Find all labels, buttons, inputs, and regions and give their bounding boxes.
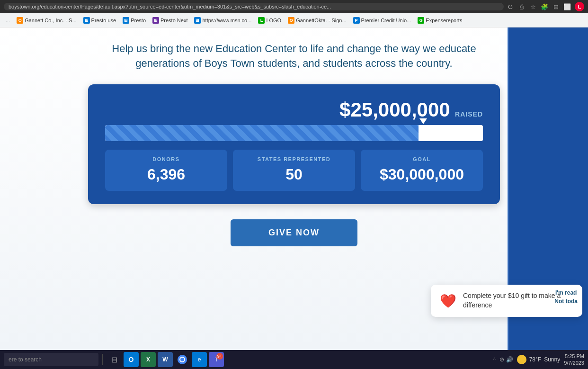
chrome-icon[interactable]	[175, 352, 190, 367]
stat-card-goal: GOAL $30,000,000	[361, 150, 483, 191]
stat-label-states: STATES REPRESENTED	[238, 156, 350, 162]
raised-label: RAISED	[455, 110, 483, 118]
word-icon[interactable]: W	[158, 352, 173, 367]
extensions-icon[interactable]: ⊞	[552, 3, 560, 10]
stat-label-goal: GOAL	[365, 156, 478, 162]
bookmark-presto-next[interactable]: ⊞ Presto Next	[150, 16, 190, 25]
hero-text: Help us bring the new Education Center t…	[86, 42, 502, 71]
stat-value-goal: $30,000,000	[365, 166, 478, 183]
notification-primary-action[interactable]: I'm read	[554, 289, 578, 296]
progress-arrow	[419, 118, 427, 124]
bookmark-logo[interactable]: L LOGO	[255, 16, 284, 25]
bookmark-label: Presto	[131, 18, 146, 23]
give-now-button[interactable]: GIVE NOW	[231, 219, 357, 246]
chevron-icon[interactable]: ^	[493, 357, 496, 362]
favicon-presto: ⊞	[123, 17, 129, 24]
bookmark-label: Expensereports	[426, 18, 462, 23]
bookmark-premier[interactable]: P Premier Credit Unio...	[350, 16, 414, 25]
stats-row: DONORS 6,396 STATES REPRESENTED 50 GOAL …	[105, 150, 483, 191]
campaign-card: $25,000,000 RAISED DONORS 6,396 STATES R…	[88, 84, 500, 204]
search-placeholder: ere to search	[9, 356, 42, 363]
taskbar-divider	[102, 354, 103, 365]
favicon-logo: L	[258, 17, 265, 24]
favicon-msn: ⊞	[194, 17, 201, 24]
share-icon[interactable]: ⎙	[518, 3, 526, 10]
progress-bar-fill	[105, 125, 419, 141]
taskbar-right: ^ ⊘ 🔊 78°F Sunny 5:25 PM 9/7/2023	[493, 353, 584, 367]
heart-icon: ❤️	[438, 291, 457, 310]
bookmark-gannett-okta[interactable]: O GannettOkta. - Sign...	[285, 16, 349, 25]
favicon-presto-use: ⊞	[83, 17, 90, 24]
stat-card-donors: DONORS 6,396	[105, 150, 227, 191]
bookmark-ellipsis[interactable]: ...	[3, 17, 13, 24]
bookmark-label: Presto use	[91, 18, 116, 23]
stat-card-states: STATES REPRESENTED 50	[233, 150, 355, 191]
task-view-icon[interactable]: ⊟	[107, 352, 122, 367]
page-content: Help us bring the new Education Center t…	[0, 27, 588, 350]
progress-container	[105, 125, 483, 141]
clock-time: 5:25 PM	[564, 353, 584, 360]
bookmark-presto-use[interactable]: ⊞ Presto use	[80, 16, 119, 25]
bookmarks-bar: ... O Gannett Co., Inc. - S... ⊞ Presto …	[0, 13, 588, 27]
speaker-icon: 🔊	[506, 356, 513, 363]
bookmark-msn[interactable]: ⊞ https://www.msn.co...	[191, 16, 254, 25]
profile-avatar[interactable]: L	[575, 2, 584, 11]
taskbar-search[interactable]: ere to search	[4, 353, 98, 366]
sys-tray: ⊘ 🔊	[499, 356, 513, 363]
raised-section: $25,000,000 RAISED	[105, 99, 483, 121]
teams-icon[interactable]: T 9+	[209, 352, 224, 367]
teams-badge: 9+	[216, 353, 223, 360]
favicon-presto-next: ⊞	[152, 17, 159, 24]
progress-bar-bg	[105, 125, 483, 141]
sun-icon	[517, 355, 526, 364]
network-icon: ⊘	[499, 356, 504, 363]
tab-icon[interactable]: ⬜	[563, 3, 571, 10]
stat-value-donors: 6,396	[110, 166, 223, 183]
raised-amount: $25,000,000	[339, 99, 450, 121]
browser-chrome: boystown.org/education-center/Pages/defa…	[0, 0, 588, 13]
favicon-gannett-okta: O	[288, 17, 294, 24]
favicon-gannett: O	[17, 17, 23, 24]
edge-icon[interactable]: e	[192, 352, 207, 367]
bookmark-label: Presto Next	[160, 18, 187, 23]
svg-point-2	[180, 358, 184, 361]
bookmark-gannett[interactable]: O Gannett Co., Inc. - S...	[14, 16, 79, 25]
notification-popup: ❤️ Complete your $10 gift to make a diff…	[431, 285, 582, 317]
weather-temp: 78°F	[529, 356, 541, 363]
bookmark-label: https://www.msn.co...	[202, 18, 251, 23]
bookmark-expense[interactable]: G Expensereports	[415, 16, 465, 25]
bookmark-label: GannettOkta. - Sign...	[296, 18, 346, 23]
star-icon[interactable]: ☆	[529, 3, 537, 10]
excel-icon[interactable]: X	[141, 352, 156, 367]
weather-condition: Sunny	[544, 356, 560, 363]
google-icon[interactable]: G	[507, 3, 514, 10]
weather-info: 78°F Sunny	[517, 355, 561, 364]
notification-actions: I'm read Not toda	[554, 289, 578, 305]
bookmark-label: LOGO	[266, 18, 281, 23]
favicon-expense: G	[418, 17, 424, 24]
taskbar: ere to search ⊟ O X W e T 9+ ^ ⊘ 🔊 78°F …	[0, 350, 588, 369]
browser-icons: G ⎙ ☆ 🧩 ⊞ ⬜ L	[507, 2, 584, 11]
stat-label-donors: DONORS	[110, 156, 223, 162]
stat-value-states: 50	[238, 166, 350, 183]
outlook-icon[interactable]: O	[124, 352, 139, 367]
bookmark-presto[interactable]: ⊞ Presto	[120, 16, 149, 25]
favicon-premier: P	[353, 17, 360, 24]
bookmark-label: Premier Credit Unio...	[361, 18, 411, 23]
clock-date: 9/7/2023	[564, 360, 584, 366]
taskbar-time: 5:25 PM 9/7/2023	[564, 353, 584, 367]
bookmark-label: Gannett Co., Inc. - S...	[25, 18, 76, 23]
extension-icon[interactable]: 🧩	[541, 3, 548, 10]
url-bar[interactable]: boystown.org/education-center/Pages/defa…	[4, 3, 504, 10]
notification-secondary-action[interactable]: Not toda	[554, 298, 578, 305]
